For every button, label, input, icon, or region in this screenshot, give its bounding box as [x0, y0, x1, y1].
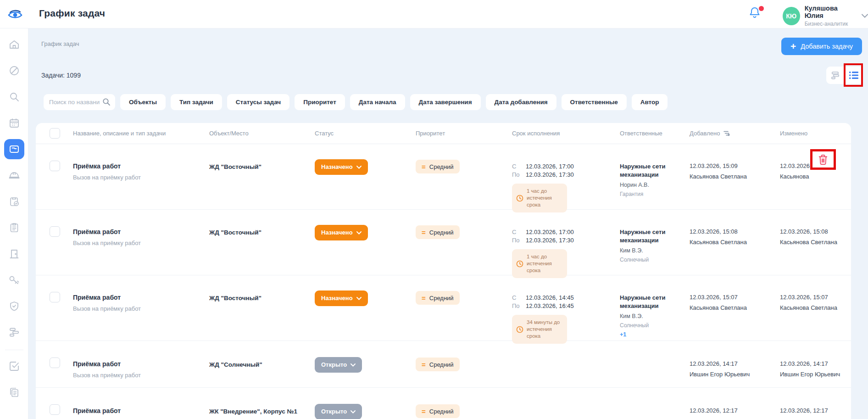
search-box: [44, 94, 115, 110]
row-checkbox[interactable]: [50, 292, 60, 302]
home-icon[interactable]: [4, 34, 24, 55]
task-object: ЖД "Восточный": [209, 295, 262, 302]
filter-statuses[interactable]: Статусы задач: [227, 94, 289, 110]
chevron-down-icon: [862, 14, 868, 18]
col-status: Статус: [310, 130, 411, 137]
clock-icon: [516, 195, 523, 202]
table-row[interactable]: Приёмка работ Вызов на приёмку работ ЖД …: [36, 210, 851, 275]
breadcrumb: График задач: [41, 40, 79, 47]
priority-badge: = Средний: [416, 291, 460, 305]
filter-task-type[interactable]: Тип задачи: [171, 94, 222, 110]
clock-icon: [516, 260, 523, 268]
user-role: Бизнес-аналитик: [805, 21, 855, 27]
add-task-button[interactable]: + Добавить задачу: [781, 38, 862, 55]
task-object: ЖД "Восточный": [209, 163, 262, 170]
annotation-rect-delete: [810, 149, 836, 170]
status-dropdown[interactable]: Открыто: [315, 357, 362, 373]
status-dropdown[interactable]: Назначено: [315, 291, 368, 306]
task-title: Приёмка работ: [73, 294, 200, 301]
row-checkbox[interactable]: [50, 226, 60, 237]
calendar-icon[interactable]: [4, 113, 24, 133]
clipboard-check-icon[interactable]: [4, 191, 24, 212]
responsible-more-link[interactable]: +1: [620, 331, 680, 338]
shield-check-icon[interactable]: [4, 296, 24, 316]
tasks-icon[interactable]: [4, 139, 24, 159]
helmet-icon[interactable]: [4, 165, 24, 185]
col-added[interactable]: Добавлено: [684, 130, 774, 137]
added-by: Касьянова Светлана: [690, 239, 770, 246]
filter-objects[interactable]: Объекты: [120, 94, 166, 110]
tasks-table: Название, описание и тип задачи Объект/М…: [36, 123, 851, 419]
filter-priority[interactable]: Приоритет: [295, 94, 345, 110]
row-checkbox[interactable]: [50, 161, 60, 171]
status-dropdown[interactable]: Назначено: [315, 159, 368, 175]
modified-date: 12.03.2026, 14:17: [780, 360, 846, 367]
list-view-icon[interactable]: [845, 67, 863, 84]
modified-by: Касьянова: [780, 173, 846, 180]
row-checkbox[interactable]: [50, 358, 60, 368]
deadline-warning: 1 час до истечения срока: [512, 184, 567, 212]
modified-date: 12.03.2026, 15:07: [780, 294, 846, 301]
task-desc: Вызов на приёмку работ: [73, 372, 200, 379]
user-name: Куляшова Юлия: [805, 5, 855, 19]
responsible-note: Солнечный: [620, 257, 680, 263]
to-label: По: [512, 302, 526, 310]
priority-medium-icon: =: [422, 294, 426, 302]
added-date: 12.03.2026, 15:08: [690, 228, 770, 235]
clipboard-list-icon[interactable]: [4, 218, 24, 238]
task-title: Приёмка работ: [73, 360, 200, 368]
modified-by: Касьянова Светлана: [780, 239, 846, 246]
task-title: Приёмка работ: [73, 162, 200, 170]
sort-icon[interactable]: [723, 130, 730, 136]
added-date: 12.03.2026, 14:17: [690, 360, 770, 367]
date-to: 12.03.2026, 16:45: [526, 302, 574, 310]
ban-icon[interactable]: [4, 61, 24, 81]
gantt-view-icon[interactable]: [826, 67, 845, 84]
to-label: По: [512, 171, 526, 179]
sidebar-divider: [5, 350, 23, 350]
user-menu[interactable]: КЮ Куляшова Юлия Бизнес-аналитик: [783, 5, 868, 27]
chevron-down-icon: [356, 166, 362, 169]
clock-icon: [516, 326, 523, 333]
status-dropdown[interactable]: Назначено: [315, 225, 368, 240]
key-icon[interactable]: [4, 270, 24, 290]
modified-by: Касьянова Светлана: [780, 304, 846, 311]
date-from: 12.03.2026, 14:45: [526, 294, 574, 302]
search-nav-icon[interactable]: [4, 87, 24, 107]
filter-end-date[interactable]: Дата завершения: [410, 94, 481, 110]
app-logo-eye-icon[interactable]: [7, 7, 23, 22]
filter-author[interactable]: Автор: [632, 94, 668, 110]
top-bar: График задач КЮ Куляшова Юлия Бизнес-ана…: [0, 0, 868, 28]
added-date: 12.03.2026, 12:17: [690, 407, 770, 414]
filter-responsible[interactable]: Ответственные: [562, 94, 627, 110]
checkbox-check-icon[interactable]: [4, 356, 24, 376]
responsible-person: Ким В.Э.: [620, 313, 680, 319]
responsible-team: Наружные сети механизации: [620, 228, 679, 245]
status-dropdown[interactable]: Открыто: [315, 404, 362, 419]
filter-bar: Объекты Тип задачи Статусы задач Приорит…: [44, 94, 668, 110]
documents-icon[interactable]: [4, 382, 24, 402]
select-all-checkbox[interactable]: [50, 128, 60, 139]
view-toggle: [826, 67, 863, 84]
filter-start-date[interactable]: Дата начала: [350, 94, 405, 110]
table-row[interactable]: Приёмка работ Вызов на приёмку работ ЖК …: [36, 388, 851, 419]
flow-icon[interactable]: [4, 322, 24, 342]
table-row[interactable]: Приёмка работ Вызов на приёмку работ ЖД …: [36, 275, 851, 341]
table-row[interactable]: Приёмка работ Вызов на приёмку работ ЖД …: [36, 341, 851, 388]
task-object: ЖД "Восточный": [209, 229, 262, 236]
notifications-bell-icon[interactable]: [749, 6, 764, 22]
tasks-count: Задачи: 1099: [41, 72, 81, 79]
table-row[interactable]: Приёмка работ Вызов на приёмку работ ЖД …: [36, 144, 851, 210]
trash-icon[interactable]: [818, 154, 828, 165]
added-date: 12.03.2026, 15:07: [690, 294, 770, 301]
from-label: С: [512, 162, 526, 171]
date-from: 12.03.2026, 17:00: [526, 162, 574, 171]
row-checkbox[interactable]: [50, 404, 60, 415]
chevron-down-icon: [356, 297, 362, 300]
door-icon[interactable]: [4, 244, 24, 264]
filter-added-date[interactable]: Дата добавления: [486, 94, 556, 110]
deadline-warning: 34 минуты до истечения срока: [512, 315, 567, 344]
responsible-note: Гарантия: [620, 191, 680, 197]
responsible-team: Наружные сети механизации: [620, 294, 679, 310]
page-title: График задач: [39, 8, 105, 19]
